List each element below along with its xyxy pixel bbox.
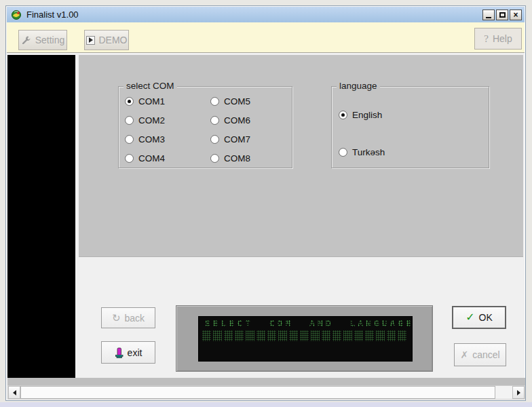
radio-english[interactable]: English [339, 110, 382, 120]
toolbar: Setting DEMO ? Help [7, 22, 525, 53]
status-band [7, 378, 525, 385]
window-title: Finalist v1.00 [26, 9, 79, 20]
select-com-group-title: select COM [124, 81, 177, 91]
radio-com8[interactable]: COM8 [210, 153, 250, 163]
led-display-bezel: SELECT COM AND LANGUAGE [176, 305, 433, 372]
checkmark-icon: ✓ [466, 312, 474, 323]
exit-button[interactable]: exit [101, 341, 155, 364]
right-arrow-icon [517, 390, 520, 395]
main-settings-panel: select COM COM1 COM2 COM3 COM4 COM5 [79, 55, 523, 257]
demo-button-label: DEMO [99, 35, 128, 45]
radio-label-com6[interactable]: COM6 [224, 115, 250, 125]
play-icon [86, 36, 95, 45]
minimize-icon [486, 17, 491, 18]
scroll-right-button[interactable] [512, 386, 525, 399]
radio-circle-com7[interactable] [210, 135, 219, 144]
back-button-label: back [125, 313, 145, 324]
language-group-title: language [337, 81, 380, 91]
exit-button-label: exit [128, 347, 142, 358]
radio-com1[interactable]: COM1 [125, 96, 165, 106]
radio-circle-com5[interactable] [210, 97, 219, 106]
radio-label-turkish[interactable]: Turkəsh [352, 147, 385, 157]
x-icon: ✗ [460, 350, 468, 360]
demo-button[interactable]: DEMO [84, 30, 129, 50]
radio-circle-com1[interactable] [125, 97, 134, 106]
radio-circle-english[interactable] [339, 111, 347, 119]
radio-circle-turkish[interactable] [339, 148, 347, 157]
radio-turkish[interactable]: Turkəsh [339, 147, 385, 157]
left-black-panel [7, 55, 75, 378]
scroll-left-button[interactable] [8, 386, 20, 399]
left-arrow-icon [13, 390, 16, 395]
radio-circle-com3[interactable] [125, 135, 134, 144]
radio-circle-com2[interactable] [125, 116, 134, 125]
radio-label-com3[interactable]: COM3 [138, 134, 165, 144]
app-window: Finalist v1.00 × Setting DEMO ? Help sel… [5, 5, 526, 401]
setting-button[interactable]: Setting [18, 30, 67, 50]
radio-com7[interactable]: COM7 [210, 134, 250, 144]
language-groupbox: language English Turkəsh [331, 86, 489, 168]
radio-label-com5[interactable]: COM5 [224, 96, 250, 106]
radio-circle-com8[interactable] [210, 154, 219, 163]
setting-icon [21, 35, 31, 45]
radio-label-com1[interactable]: COM1 [138, 96, 165, 106]
led-display-screen: SELECT COM AND LANGUAGE [198, 316, 413, 362]
exit-door-icon [115, 347, 124, 358]
question-mark-icon: ? [484, 33, 489, 45]
scrollbar-track[interactable] [20, 386, 512, 399]
minimize-button[interactable] [482, 9, 495, 20]
radio-label-english[interactable]: English [352, 110, 382, 120]
back-button[interactable]: ↻ back [101, 307, 155, 328]
radio-com4[interactable]: COM4 [125, 153, 165, 163]
radio-circle-com6[interactable] [210, 116, 219, 125]
refresh-arrows-icon: ↻ [112, 313, 121, 323]
maximize-button[interactable] [496, 9, 508, 20]
led-dim-segment-row [202, 330, 408, 341]
radio-label-com8[interactable]: COM8 [224, 153, 250, 163]
radio-com6[interactable]: COM6 [210, 115, 250, 125]
app-icon [11, 9, 22, 20]
window-controls: × [482, 9, 522, 20]
ok-button[interactable]: ✓ OK [452, 306, 506, 329]
radio-circle-com4[interactable] [125, 154, 134, 163]
led-message-text: SELECT COM AND LANGUAGE [205, 318, 413, 328]
horizontal-scrollbar[interactable] [7, 385, 525, 400]
cancel-button-label: cancel [472, 349, 499, 360]
scrollbar-thumb[interactable] [20, 386, 495, 399]
radio-com3[interactable]: COM3 [125, 134, 165, 144]
radio-label-com2[interactable]: COM2 [138, 115, 165, 125]
radio-com5[interactable]: COM5 [210, 96, 250, 106]
ok-button-label: OK [479, 312, 493, 323]
help-button-label: Help [493, 33, 512, 44]
maximize-icon [499, 12, 506, 18]
radio-com2[interactable]: COM2 [125, 115, 165, 125]
desktop-edge [0, 402, 532, 407]
radio-label-com4[interactable]: COM4 [138, 153, 165, 163]
close-button[interactable]: × [510, 9, 522, 20]
radio-label-com7[interactable]: COM7 [224, 134, 250, 144]
setting-button-label: Setting [35, 35, 65, 45]
close-icon: × [513, 11, 518, 19]
cancel-button[interactable]: ✗ cancel [454, 343, 506, 366]
select-com-groupbox: select COM COM1 COM2 COM3 COM4 COM5 [118, 86, 292, 168]
titlebar: Finalist v1.00 × [7, 7, 525, 22]
help-button[interactable]: ? Help [474, 28, 522, 50]
